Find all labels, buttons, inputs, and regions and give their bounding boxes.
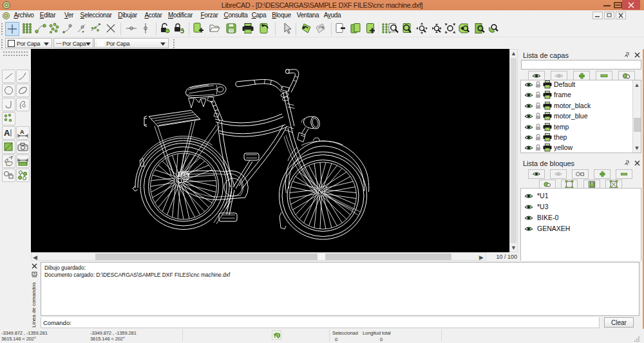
svg-text:A: A — [20, 129, 24, 135]
svg-text:A: A — [4, 128, 10, 138]
